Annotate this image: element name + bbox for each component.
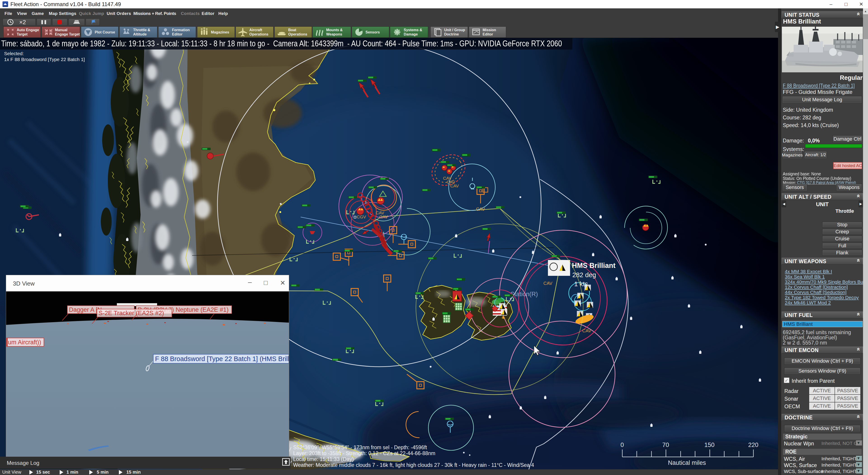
svg-text:0: 0 (620, 442, 624, 448)
svg-text:Local time: 15:11:33 (Day): Local time: 15:11:33 (Day) (293, 456, 354, 462)
svg-text:CGV: CGV (357, 214, 366, 219)
svg-text:CAV: CAV (582, 328, 591, 333)
svg-text:Nautical miles: Nautical miles (668, 459, 706, 466)
svg-text:150: 150 (704, 442, 715, 448)
svg-text:S52°36'09", W55°59'54" - 173nm: S52°36'09", W55°59'54" - 173nm from sel … (293, 444, 427, 450)
svg-text:1 kts: 1 kts (574, 280, 588, 288)
svg-text:×2: ×2 (19, 19, 26, 26)
svg-text:HMS Brilliant: HMS Brilliant (572, 262, 616, 269)
svg-text:CAV: CAV (379, 214, 388, 219)
svg-text:CAV: CAV (450, 184, 459, 188)
svg-text:CAV: CAV (544, 281, 553, 286)
svg-text:220: 220 (748, 442, 758, 448)
svg-text:70: 70 (662, 442, 669, 448)
svg-text:282 deg: 282 deg (572, 271, 596, 278)
svg-text:um Aircraft)): um Aircraft)) (8, 339, 41, 346)
svg-text:CAV: CAV (476, 207, 485, 212)
svg-text:Weather: Moderate middle cloud: Weather: Moderate middle clouds 7 - 16k … (293, 462, 534, 468)
svg-text:Layer: 203ft to -358ft - Stren: Layer: 203ft to -358ft - Strength: 0,12 … (293, 450, 435, 456)
svg-text:F 88 Broadsword [Type 22 Batch: F 88 Broadsword [Type 22 Batch 1] (HMS B… (155, 355, 289, 362)
svg-text:S-2E Tracker (EA2S #2): S-2E Tracker (EA2S #2) (98, 310, 164, 317)
